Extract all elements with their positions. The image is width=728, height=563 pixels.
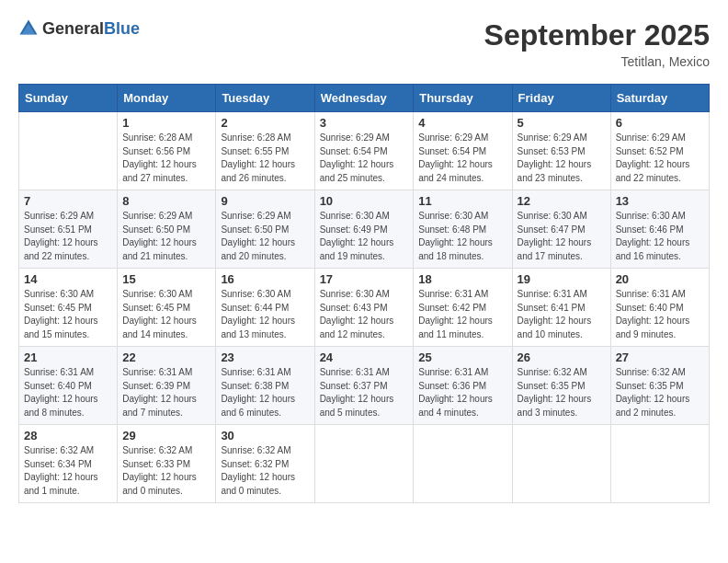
calendar-cell: 6Sunrise: 6:29 AMSunset: 6:52 PMDaylight… xyxy=(610,112,709,190)
day-info: Sunrise: 6:31 AMSunset: 6:37 PMDaylight:… xyxy=(320,366,409,419)
day-number: 17 xyxy=(320,272,409,286)
day-number: 21 xyxy=(24,350,112,364)
calendar-cell: 7Sunrise: 6:29 AMSunset: 6:51 PMDaylight… xyxy=(19,190,118,269)
day-info: Sunrise: 6:31 AMSunset: 6:40 PMDaylight:… xyxy=(24,366,112,419)
day-number: 2 xyxy=(221,116,309,130)
week-row-3: 14Sunrise: 6:30 AMSunset: 6:45 PMDayligh… xyxy=(19,269,710,347)
logo-text: GeneralBlue xyxy=(42,19,140,39)
calendar-cell: 10Sunrise: 6:30 AMSunset: 6:49 PMDayligh… xyxy=(314,190,414,269)
calendar-cell: 19Sunrise: 6:31 AMSunset: 6:41 PMDayligh… xyxy=(512,269,610,347)
week-row-5: 28Sunrise: 6:32 AMSunset: 6:34 PMDayligh… xyxy=(19,425,710,503)
day-header-sunday: Sunday xyxy=(19,85,118,112)
day-info: Sunrise: 6:29 AMSunset: 6:54 PMDaylight:… xyxy=(418,132,506,185)
calendar-cell xyxy=(512,425,610,503)
calendar-cell: 13Sunrise: 6:30 AMSunset: 6:46 PMDayligh… xyxy=(610,190,709,269)
day-number: 28 xyxy=(24,429,112,442)
calendar-cell: 8Sunrise: 6:29 AMSunset: 6:50 PMDaylight… xyxy=(118,190,216,269)
calendar-cell xyxy=(314,425,414,503)
logo: GeneralBlue xyxy=(18,18,140,39)
day-info: Sunrise: 6:32 AMSunset: 6:35 PMDaylight:… xyxy=(616,366,704,419)
day-number: 24 xyxy=(320,350,409,364)
day-number: 20 xyxy=(616,272,704,286)
day-number: 23 xyxy=(221,350,309,364)
calendar-cell: 9Sunrise: 6:29 AMSunset: 6:50 PMDaylight… xyxy=(216,190,314,269)
title-block: September 2025 Tetitlan, Mexico xyxy=(484,18,710,69)
day-number: 18 xyxy=(418,272,506,286)
day-info: Sunrise: 6:31 AMSunset: 6:42 PMDaylight:… xyxy=(418,288,506,341)
calendar-cell: 24Sunrise: 6:31 AMSunset: 6:37 PMDayligh… xyxy=(314,347,414,425)
day-number: 15 xyxy=(122,272,210,286)
day-number: 29 xyxy=(122,429,210,442)
day-number: 3 xyxy=(320,116,409,130)
calendar-cell: 4Sunrise: 6:29 AMSunset: 6:54 PMDaylight… xyxy=(414,112,512,190)
day-info: Sunrise: 6:31 AMSunset: 6:38 PMDaylight:… xyxy=(221,366,309,419)
calendar-cell: 3Sunrise: 6:29 AMSunset: 6:54 PMDaylight… xyxy=(314,112,414,190)
calendar-cell: 23Sunrise: 6:31 AMSunset: 6:38 PMDayligh… xyxy=(216,347,314,425)
day-header-thursday: Thursday xyxy=(414,85,512,112)
day-number: 8 xyxy=(122,194,210,208)
calendar-cell xyxy=(610,425,709,503)
day-info: Sunrise: 6:32 AMSunset: 6:32 PMDaylight:… xyxy=(221,444,309,498)
day-info: Sunrise: 6:31 AMSunset: 6:40 PMDaylight:… xyxy=(616,288,704,341)
day-header-saturday: Saturday xyxy=(610,85,709,112)
calendar-cell: 22Sunrise: 6:31 AMSunset: 6:39 PMDayligh… xyxy=(118,347,216,425)
day-info: Sunrise: 6:31 AMSunset: 6:39 PMDaylight:… xyxy=(122,366,210,419)
day-info: Sunrise: 6:30 AMSunset: 6:48 PMDaylight:… xyxy=(418,210,506,263)
day-number: 11 xyxy=(418,194,506,208)
logo-icon xyxy=(18,18,39,39)
day-number: 14 xyxy=(24,272,112,286)
day-number: 12 xyxy=(518,194,606,208)
day-info: Sunrise: 6:32 AMSunset: 6:34 PMDaylight:… xyxy=(24,444,112,498)
calendar-cell: 1Sunrise: 6:28 AMSunset: 6:56 PMDaylight… xyxy=(118,112,216,190)
day-number: 5 xyxy=(518,116,606,130)
week-row-4: 21Sunrise: 6:31 AMSunset: 6:40 PMDayligh… xyxy=(19,347,710,425)
day-info: Sunrise: 6:29 AMSunset: 6:54 PMDaylight:… xyxy=(320,132,409,185)
day-info: Sunrise: 6:30 AMSunset: 6:45 PMDaylight:… xyxy=(24,288,112,341)
calendar-cell: 21Sunrise: 6:31 AMSunset: 6:40 PMDayligh… xyxy=(19,347,118,425)
day-header-friday: Friday xyxy=(512,85,610,112)
day-info: Sunrise: 6:28 AMSunset: 6:55 PMDaylight:… xyxy=(221,132,309,185)
day-number: 19 xyxy=(518,272,606,286)
location-title: Tetitlan, Mexico xyxy=(484,54,710,69)
calendar-cell: 18Sunrise: 6:31 AMSunset: 6:42 PMDayligh… xyxy=(414,269,512,347)
week-row-1: 1Sunrise: 6:28 AMSunset: 6:56 PMDaylight… xyxy=(19,112,710,190)
day-header-wednesday: Wednesday xyxy=(314,85,414,112)
calendar-cell: 5Sunrise: 6:29 AMSunset: 6:53 PMDaylight… xyxy=(512,112,610,190)
day-number: 6 xyxy=(616,116,704,130)
day-number: 25 xyxy=(418,350,506,364)
day-header-tuesday: Tuesday xyxy=(216,85,314,112)
calendar-cell: 25Sunrise: 6:31 AMSunset: 6:36 PMDayligh… xyxy=(414,347,512,425)
days-header-row: SundayMondayTuesdayWednesdayThursdayFrid… xyxy=(19,85,710,112)
day-info: Sunrise: 6:29 AMSunset: 6:50 PMDaylight:… xyxy=(122,210,210,263)
calendar-cell: 28Sunrise: 6:32 AMSunset: 6:34 PMDayligh… xyxy=(19,425,118,503)
month-title: September 2025 xyxy=(484,18,710,52)
calendar-cell: 11Sunrise: 6:30 AMSunset: 6:48 PMDayligh… xyxy=(414,190,512,269)
page-header: GeneralBlue September 2025 Tetitlan, Mex… xyxy=(18,18,710,69)
day-number: 10 xyxy=(320,194,409,208)
calendar-cell: 27Sunrise: 6:32 AMSunset: 6:35 PMDayligh… xyxy=(610,347,709,425)
day-info: Sunrise: 6:29 AMSunset: 6:52 PMDaylight:… xyxy=(616,132,704,185)
day-number: 9 xyxy=(221,194,309,208)
week-row-2: 7Sunrise: 6:29 AMSunset: 6:51 PMDaylight… xyxy=(19,190,710,269)
day-number: 26 xyxy=(518,350,606,364)
calendar-cell: 12Sunrise: 6:30 AMSunset: 6:47 PMDayligh… xyxy=(512,190,610,269)
day-info: Sunrise: 6:30 AMSunset: 6:45 PMDaylight:… xyxy=(122,288,210,341)
calendar-cell: 30Sunrise: 6:32 AMSunset: 6:32 PMDayligh… xyxy=(216,425,314,503)
day-number: 30 xyxy=(221,429,309,442)
calendar-cell: 2Sunrise: 6:28 AMSunset: 6:55 PMDaylight… xyxy=(216,112,314,190)
calendar-cell: 14Sunrise: 6:30 AMSunset: 6:45 PMDayligh… xyxy=(19,269,118,347)
calendar-table: SundayMondayTuesdayWednesdayThursdayFrid… xyxy=(18,84,710,503)
day-number: 4 xyxy=(418,116,506,130)
day-info: Sunrise: 6:28 AMSunset: 6:56 PMDaylight:… xyxy=(122,132,210,185)
day-info: Sunrise: 6:30 AMSunset: 6:46 PMDaylight:… xyxy=(616,210,704,263)
calendar-cell xyxy=(414,425,512,503)
day-info: Sunrise: 6:30 AMSunset: 6:47 PMDaylight:… xyxy=(518,210,606,263)
day-header-monday: Monday xyxy=(118,85,216,112)
calendar-cell: 15Sunrise: 6:30 AMSunset: 6:45 PMDayligh… xyxy=(118,269,216,347)
day-number: 1 xyxy=(122,116,210,130)
day-info: Sunrise: 6:29 AMSunset: 6:50 PMDaylight:… xyxy=(221,210,309,263)
day-info: Sunrise: 6:30 AMSunset: 6:44 PMDaylight:… xyxy=(221,288,309,341)
day-number: 13 xyxy=(616,194,704,208)
day-info: Sunrise: 6:31 AMSunset: 6:36 PMDaylight:… xyxy=(418,366,506,419)
calendar-cell: 20Sunrise: 6:31 AMSunset: 6:40 PMDayligh… xyxy=(610,269,709,347)
